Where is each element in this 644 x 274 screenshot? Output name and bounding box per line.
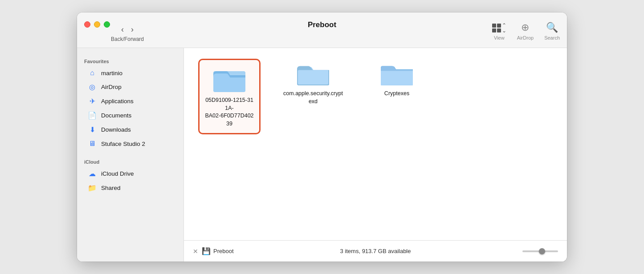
- sidebar-item-martinio[interactable]: ⌂ martinio: [81, 66, 180, 80]
- status-info: 3 items, 913.7 GB available: [340, 248, 411, 254]
- nav-label: Back/Forward: [111, 36, 144, 42]
- svg-rect-6: [381, 71, 413, 85]
- sidebar-label-documents: Documents: [101, 112, 131, 119]
- status-close-icon[interactable]: ✕: [193, 248, 198, 255]
- window-title: Preboot: [308, 20, 336, 29]
- airdrop-button[interactable]: ⊕ AirDrop: [517, 22, 534, 40]
- search-icon: 🔍: [546, 22, 558, 33]
- folder-item-3[interactable]: Cryptexes: [366, 59, 428, 98]
- sidebar-item-stuface[interactable]: 🖥 Stuface Studio 2: [81, 137, 180, 150]
- documents-icon: 📄: [88, 111, 97, 120]
- folder-label-2: com.apple.security.cryptexd: [282, 90, 344, 105]
- sidebar-label-shared: Shared: [101, 185, 121, 191]
- close-button[interactable]: [84, 21, 90, 28]
- status-disk-label: Preboot: [213, 248, 234, 254]
- stuface-icon: 🖥: [88, 140, 97, 148]
- grid-icon: [492, 24, 501, 32]
- forward-button[interactable]: ›: [128, 24, 136, 35]
- sidebar-item-airdrop[interactable]: ◎ AirDrop: [81, 80, 180, 94]
- favourites-section-label: Favourites: [77, 55, 183, 66]
- downloads-icon: ⬇: [88, 125, 97, 134]
- disk-icon: 💾: [202, 247, 211, 256]
- view-icons: ⌃⌄: [492, 23, 506, 33]
- icloud-section-label: iCloud: [77, 156, 183, 166]
- nav-section: ‹ › Back/Forward: [111, 24, 144, 42]
- status-bar: ✕ 💾 Preboot 3 items, 913.7 GB available: [184, 240, 567, 262]
- sidebar-label-airdrop: AirDrop: [101, 84, 122, 90]
- folder-label-1: 05D91009-1215-311A-BA02-6F0D77D40239: [205, 97, 254, 128]
- titlebar: ‹ › Back/Forward Preboot ⌃⌄ View: [77, 12, 567, 48]
- airdrop-label: AirDrop: [517, 35, 534, 40]
- applications-icon: ✈: [88, 97, 97, 105]
- svg-rect-4: [298, 70, 328, 85]
- sidebar-label-icloud-drive: iCloud Drive: [101, 170, 134, 177]
- toolbar-right: ⌃⌄ View ⊕ AirDrop 🔍 Search: [492, 22, 560, 44]
- folder-item-2[interactable]: com.apple.security.cryptexd: [282, 59, 344, 105]
- sidebar-label-martinio: martinio: [101, 70, 122, 77]
- home-icon: ⌂: [88, 69, 97, 77]
- toolbar: ‹ › Back/Forward Preboot ⌃⌄ View: [84, 22, 560, 44]
- sidebar-item-documents[interactable]: 📄 Documents: [81, 109, 180, 122]
- zoom-slider[interactable]: [522, 250, 558, 252]
- sidebar-item-downloads[interactable]: ⬇ Downloads: [81, 123, 180, 137]
- back-button[interactable]: ‹: [118, 24, 126, 35]
- sidebar-label-applications: Applications: [101, 98, 134, 105]
- traffic-lights: [84, 21, 110, 28]
- folder-label-3: Cryptexes: [384, 90, 409, 98]
- sidebar-label-stuface: Stuface Studio 2: [101, 141, 145, 147]
- content-area: Favourites ⌂ martinio ◎ AirDrop ✈ Applic…: [77, 48, 567, 262]
- search-label: Search: [544, 35, 560, 40]
- airdrop-sidebar-icon: ◎: [88, 83, 97, 91]
- sidebar-item-shared[interactable]: 📁 Shared: [81, 181, 180, 195]
- slider-area: [522, 250, 558, 252]
- maximize-button[interactable]: [104, 21, 110, 28]
- view-label: View: [494, 35, 505, 40]
- airdrop-icon: ⊕: [521, 22, 529, 33]
- file-area: 05D91009-1215-311A-BA02-6F0D77D40239 com…: [184, 48, 567, 240]
- chevron-icon: ⌃⌄: [502, 23, 506, 33]
- finder-window: ‹ › Back/Forward Preboot ⌃⌄ View: [77, 12, 567, 262]
- folder-item-1[interactable]: 05D91009-1215-311A-BA02-6F0D77D40239: [198, 59, 261, 134]
- view-button[interactable]: ⌃⌄ View: [492, 23, 506, 40]
- shared-icon: 📁: [88, 184, 97, 192]
- sidebar-label-downloads: Downloads: [101, 126, 131, 133]
- nav-buttons: ‹ ›: [118, 24, 136, 35]
- folder-icon-1: [213, 65, 245, 92]
- minimize-button[interactable]: [94, 21, 100, 28]
- sidebar-item-applications[interactable]: ✈ Applications: [81, 94, 180, 108]
- main-content: 05D91009-1215-311A-BA02-6F0D77D40239 com…: [184, 48, 567, 262]
- slider-thumb: [539, 248, 545, 254]
- search-button[interactable]: 🔍 Search: [544, 22, 560, 40]
- folder-icon-3: [381, 59, 413, 85]
- folder-icon-2: [297, 59, 329, 85]
- icloud-drive-icon: ☁: [88, 169, 97, 178]
- sidebar-item-icloud-drive[interactable]: ☁ iCloud Drive: [81, 167, 180, 181]
- sidebar: Favourites ⌂ martinio ◎ AirDrop ✈ Applic…: [77, 48, 184, 262]
